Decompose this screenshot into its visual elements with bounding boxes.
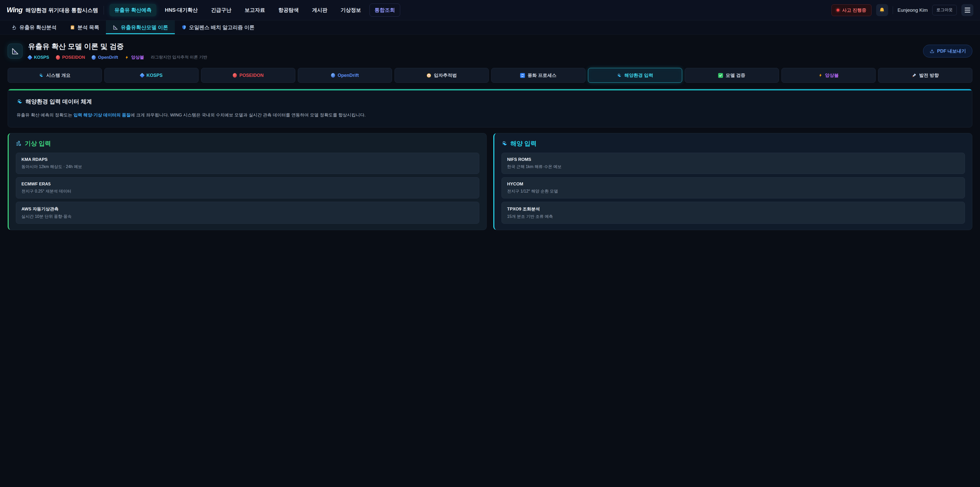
section-nav-system-overview[interactable]: 시스템 개요 — [8, 68, 102, 83]
wing-logo: Wing — [6, 6, 22, 14]
section-title-row: 해양환경 입력 데이터 체계 — [17, 98, 963, 105]
menu-button[interactable] — [961, 4, 974, 16]
incident-label: 사고 진행중 — [842, 7, 866, 13]
badge-kosps: KOSPS — [28, 55, 49, 60]
blue-diamond-icon — [140, 73, 145, 78]
badge-poseidon: POSEIDON — [56, 55, 85, 60]
section-nav-future-direction[interactable]: 발전 방향 — [878, 68, 972, 83]
check-icon — [718, 73, 723, 78]
nav-integrated-search[interactable]: 통합조회 — [369, 3, 400, 17]
dataset-desc: 15개 분조 기반 조류 예측 — [507, 214, 959, 219]
tab-spill-analysis[interactable]: 유출유 확산분석 — [5, 21, 63, 34]
section-nav-opendrift[interactable]: OpenDrift — [298, 68, 392, 83]
page-header-text: 유출유 확산 모델 이론 및 검증 KOSPS POSEIDON OpenDri… — [28, 42, 207, 60]
dataset-name: TPXO9 조화분석 — [507, 206, 959, 212]
incident-status-badge: 사고 진행중 — [832, 4, 872, 16]
pdf-export-button[interactable]: PDF 내보내기 — [923, 45, 972, 57]
section-nav-poseidon[interactable]: POSEIDON — [201, 68, 295, 83]
lightning-icon — [818, 73, 822, 78]
brand: Wing 해양환경 위기대응 통합시스템 — [6, 6, 98, 14]
top-bar-right: 사고 진행중 Eunjeong Kim 로그아웃 — [832, 4, 974, 16]
section-nav-model-validation[interactable]: 모델 검증 — [685, 68, 779, 83]
compass-icon — [426, 73, 431, 78]
refresh-icon — [520, 73, 525, 78]
model-badge-row: KOSPS POSEIDON OpenDrift 앙상블 — [28, 54, 207, 60]
card-title: 기상 입력 — [25, 139, 51, 148]
card-title: 해양 입력 — [511, 139, 537, 148]
list-item: ECMWF ERA5 전지구 0.25° 재분석 데이터 — [16, 177, 479, 198]
list-item: NIFS ROMS 한국 근해 1km 해류·수온 예보 — [501, 153, 965, 174]
wind-icon — [16, 141, 22, 147]
red-circle-icon — [56, 55, 60, 60]
section-nav-ensemble[interactable]: 앙상블 — [781, 68, 876, 83]
logout-button[interactable]: 로그아웃 — [932, 5, 957, 15]
tab-spill-model-theory[interactable]: 유출유확산모델 이론 — [106, 21, 175, 34]
app-root: Wing 해양환경 위기대응 통합시스템 유출유 확산예측 HNS·대기확산 긴… — [0, 0, 980, 487]
nav-emergency-rescue[interactable]: 긴급구난 — [206, 4, 236, 16]
section-nav-weathering-process[interactable]: 풍화 프로세스 — [491, 68, 585, 83]
tab-oil-fence-algorithm[interactable]: 오일펜스 배치 알고리즘 이론 — [175, 21, 261, 34]
nav-board[interactable]: 게시판 — [307, 4, 332, 16]
top-bar: Wing 해양환경 위기대응 통합시스템 유출유 확산예측 HNS·대기확산 긴… — [0, 0, 980, 21]
set-square-icon — [11, 47, 19, 55]
page-header: 유출유 확산 모델 이론 및 검증 KOSPS POSEIDON OpenDri… — [8, 42, 972, 60]
dataset-desc: 전지구 1/12° 해양 순환 모델 — [507, 189, 959, 194]
blue-circle-icon — [92, 55, 96, 60]
page-title: 유출유 확산 모델 이론 및 검증 — [28, 42, 207, 51]
blue-diamond-icon — [27, 55, 32, 60]
weather-input-card: 기상 입력 KMA RDAPS 동아시아 12km 해상도 · 24h 예보 E… — [8, 133, 487, 230]
highlighted-text: 입력 해양·기상 데이터의 품질 — [73, 113, 130, 118]
input-data-cards: 기상 입력 KMA RDAPS 동아시아 12km 해상도 · 24h 예보 E… — [8, 133, 972, 230]
section-nav-kosps[interactable]: KOSPS — [104, 68, 199, 83]
hamburger-icon — [965, 8, 970, 13]
dataset-desc: 전지구 0.25° 재분석 데이터 — [21, 189, 474, 194]
bell-icon — [879, 7, 885, 14]
badge-ensemble: 앙상블 — [125, 54, 144, 60]
section-nav: 시스템 개요 KOSPS POSEIDON OpenDrift 입자추적법 — [8, 68, 972, 83]
incident-dot-icon — [837, 9, 839, 11]
dataset-name: AWS 자동기상관측 — [21, 206, 474, 212]
set-square-icon — [113, 24, 118, 30]
download-icon — [929, 48, 935, 54]
section-title: 해양환경 입력 데이터 체계 — [25, 98, 92, 105]
tab-label: 오일펜스 배치 알고리즘 이론 — [189, 24, 255, 31]
ocean-input-card: 해양 입력 NIFS ROMS 한국 근해 1km 해류·수온 예보 HYCOM… — [493, 133, 972, 230]
red-circle-icon — [233, 73, 237, 78]
nav-reports[interactable]: 보고자료 — [240, 4, 270, 16]
nav-hns-atmospheric[interactable]: HNS·대기확산 — [160, 4, 203, 16]
badge-opendrift: OpenDrift — [92, 55, 118, 60]
tab-label: 분석 목록 — [78, 24, 100, 31]
tab-analysis-list[interactable]: 분석 목록 — [63, 21, 106, 34]
wave-icon — [17, 99, 23, 105]
notification-button[interactable] — [876, 4, 888, 16]
wave-icon — [39, 73, 44, 78]
rocket-icon — [912, 73, 916, 78]
microscope-icon — [11, 24, 17, 30]
list-item: HYCOM 전지구 1/12° 해양 순환 모델 — [501, 177, 965, 198]
section-nav-particle-tracking[interactable]: 입자추적법 — [395, 68, 489, 83]
nav-oil-spill-prediction[interactable]: 유출유 확산예측 — [110, 4, 156, 16]
list-item: TPXO9 조화분석 15개 분조 기반 조류 예측 — [501, 202, 965, 224]
dataset-name: NIFS ROMS — [507, 157, 959, 162]
ocean-card-title-row: 해양 입력 — [501, 139, 965, 148]
main-content: 유출유 확산 모델 이론 및 검증 KOSPS POSEIDON OpenDri… — [0, 42, 980, 230]
section-body: 유출유 확산 예측의 정확도는 입력 해양·기상 데이터의 품질에 크게 좌우됩… — [17, 112, 963, 118]
dataset-name: HYCOM — [507, 182, 959, 187]
section-nav-marine-env-input[interactable]: 해양환경 입력 — [588, 68, 682, 83]
divider — [103, 6, 104, 14]
nav-weather-info[interactable]: 기상정보 — [336, 4, 366, 16]
app-title: 해양환경 위기대응 통합시스템 — [25, 6, 98, 14]
blue-circle-icon — [331, 73, 335, 78]
dataset-name: KMA RDAPS — [21, 157, 474, 162]
nav-aerial-search[interactable]: 항공탐색 — [274, 4, 304, 16]
marine-env-input-section: 해양환경 입력 데이터 체계 유출유 확산 예측의 정확도는 입력 해양·기상 … — [8, 89, 972, 128]
tab-label: 유출유확산모델 이론 — [121, 24, 168, 31]
dataset-desc: 동아시아 12km 해상도 · 24h 예보 — [21, 164, 474, 169]
weather-card-title-row: 기상 입력 — [16, 139, 479, 148]
shield-icon — [181, 24, 186, 30]
tab-label: 유출유 확산분석 — [19, 24, 57, 31]
wave-icon — [501, 141, 508, 147]
dataset-name: ECMWF ERA5 — [21, 182, 474, 187]
dataset-desc: 실시간 10분 단위 풍향·풍속 — [21, 214, 474, 219]
main-nav: 유출유 확산예측 HNS·대기확산 긴급구난 보고자료 항공탐색 게시판 기상정… — [110, 3, 400, 17]
